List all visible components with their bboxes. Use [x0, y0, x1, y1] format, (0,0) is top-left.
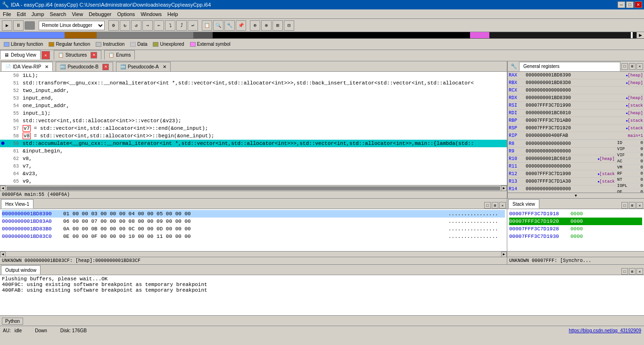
hex-content-area[interactable]: 0000000001BD8390 01 00 00 03 00 00 00 04…: [0, 209, 507, 251]
hscroll-left[interactable]: ◀: [0, 185, 6, 191]
menu-help[interactable]: Help: [165, 10, 181, 18]
menu-jump[interactable]: Jump: [29, 10, 47, 18]
toolbar-btn-4[interactable]: ⇒: [142, 20, 153, 31]
v8-box: v8: [23, 133, 31, 139]
hscroll-thumb[interactable]: [7, 186, 500, 190]
close-button[interactable]: ✕: [635, 1, 642, 8]
code-hscrollbar[interactable]: ◀ ▶: [0, 185, 507, 191]
play-button[interactable]: ▶: [2, 20, 12, 31]
pseudocode-a-close[interactable]: ✕: [163, 64, 166, 69]
code-line-51: 51 std::transform<__gnu_cxx::__normal_it…: [0, 79, 507, 87]
hex-restore-btn[interactable]: □: [484, 202, 491, 209]
toolbar-btn-9[interactable]: 📋: [202, 20, 212, 31]
toolbar-btn-15[interactable]: ⊞: [272, 20, 283, 31]
minimize-button[interactable]: ─: [618, 1, 625, 8]
code-line-55: 55 input_1);: [0, 109, 507, 117]
output-float-btn[interactable]: ⊞: [629, 268, 636, 275]
titlebar-right[interactable]: ─ □ ✕: [618, 1, 642, 8]
toolbar-btn-11[interactable]: 🔧: [224, 20, 235, 31]
hex-bytes-4: 0E 00 00 0F 00 00 00 10 00 00 11 00 00 0…: [63, 234, 448, 239]
menu-file[interactable]: File: [0, 10, 14, 18]
reg-scroll-bottom[interactable]: ▼: [508, 193, 644, 198]
hex-status-bar: UNKNOWN 0000000001BD83CF: [heap]:0000000…: [0, 257, 507, 264]
nav-scroll-right[interactable]: ▶: [636, 32, 644, 38]
hex-scroll-right[interactable]: ▶: [501, 252, 507, 257]
linenum-50: 50: [6, 73, 21, 78]
stack-float-btn[interactable]: ⊞: [629, 202, 636, 209]
maximize-button[interactable]: □: [626, 1, 634, 8]
reg-name-rdx: RDX: [509, 95, 526, 101]
flag-vm: VM0: [616, 165, 644, 171]
tab-structures[interactable]: 📋 Structures ✕: [54, 50, 102, 59]
tab-ida-view-rip[interactable]: 📄 IDA View-RIP ✕: [1, 62, 53, 71]
hex-scroll-left[interactable]: ◀: [0, 252, 6, 257]
flags-area: R80000000000000000 R90000000000000000 R1…: [508, 140, 644, 193]
tab-hex-view[interactable]: Hex View-1: [1, 199, 33, 209]
output-restore-btn[interactable]: □: [621, 268, 628, 275]
stack-hscrollbar[interactable]: [507, 251, 644, 257]
menu-view[interactable]: View: [69, 10, 86, 18]
toolbar-btn-8[interactable]: ↩: [188, 20, 198, 31]
structures-close[interactable]: ✕: [91, 52, 97, 59]
code-scroll-area[interactable]: 50 1LL); 51 std::transform<__gnu_cxx::__…: [0, 72, 507, 185]
menu-search[interactable]: Search: [47, 10, 69, 18]
reg-row-rbx: RBX0000000001BD83D0 ⬥ [heap]: [508, 79, 644, 87]
stop-button[interactable]: [25, 21, 35, 30]
debug-view-close[interactable]: ✕: [41, 51, 50, 59]
toolbar-btn-1[interactable]: ⚙: [108, 20, 119, 31]
tab-general-registers[interactable]: General registers: [519, 62, 620, 71]
flag-nt: NT0: [616, 177, 644, 183]
statusbar: AU: idle Down Disk: 176GB https://blog.c…: [0, 326, 644, 335]
output-close-btn[interactable]: ✕: [636, 268, 643, 275]
reg-val-rdx: 0000000001BD8390: [526, 95, 624, 101]
tab-output-window[interactable]: Output window: [1, 265, 41, 275]
reg-float-btn[interactable]: ⊞: [629, 63, 636, 70]
menu-edit[interactable]: Edit: [14, 10, 29, 18]
tab-pseudocode-a[interactable]: 🔤 Pseudocode-A ✕: [116, 62, 171, 71]
toolbar: ▶ ⏸ Remote Linux debugger ⚙ ↻ ↺ ⇒ ⇐ ⤵ ⤴ …: [0, 19, 644, 32]
debugger-combo[interactable]: Remote Linux debugger: [39, 21, 105, 30]
toolbar-btn-2[interactable]: ↻: [120, 20, 130, 31]
hex-float-btn[interactable]: ⊞: [492, 202, 498, 209]
pseudocode-b-close[interactable]: ✕: [102, 64, 109, 70]
flag-iopl-val: 0: [641, 184, 643, 188]
toolbar-btn-13[interactable]: ⊕: [250, 20, 260, 31]
python-button[interactable]: Python: [2, 318, 23, 325]
toolbar-btn-5[interactable]: ⇐: [154, 20, 164, 31]
toolbar-btn-16[interactable]: ⊟: [284, 20, 294, 31]
linenum-58: 58: [6, 134, 21, 139]
hscroll-right[interactable]: ▶: [501, 185, 507, 191]
ida-view-close[interactable]: ✕: [45, 64, 49, 69]
output-area: Output window □ ⊞ ✕ Flushing buffers, pl…: [0, 264, 644, 326]
legend-regular-color: [49, 42, 54, 47]
hex-hscrollbar[interactable]: ◀ ▶: [0, 251, 507, 257]
toolbar-btn-3[interactable]: ↺: [131, 20, 141, 31]
toolbar-btn-12[interactable]: 📌: [236, 20, 246, 31]
hex-panel: Hex View-1 □ ⊞ ✕ 0000000001BD8390 01 00 …: [0, 199, 507, 264]
pause-button[interactable]: ⏸: [13, 20, 24, 31]
stack-restore-btn[interactable]: □: [621, 202, 628, 209]
reg-close-btn[interactable]: ✕: [636, 63, 643, 70]
reg-content-area[interactable]: RAX0000000001BD8390 ⬥ [heap] RBX00000000…: [508, 72, 644, 193]
menu-windows[interactable]: Windows: [138, 10, 165, 18]
toolbar-btn-6[interactable]: ⤵: [165, 20, 175, 31]
tab-debug-view[interactable]: 🖥 Debug View: [0, 50, 41, 59]
tab-stack-view[interactable]: Stack view: [508, 199, 539, 209]
reg-comment-r13: [stack: [600, 179, 615, 184]
flag-vip-val: 0: [641, 147, 643, 151]
toolbar-btn-10[interactable]: 🔍: [213, 20, 223, 31]
menu-debugger[interactable]: Debugger: [86, 10, 114, 18]
reg-name-rdi: RDI: [509, 110, 526, 116]
toolbar-btn-7[interactable]: ⤴: [176, 20, 187, 31]
menu-options[interactable]: Options: [114, 10, 138, 18]
tab-enums[interactable]: 📋 Enums: [104, 50, 135, 59]
stack-content-area[interactable]: 00007FFF3C7D1918 0000 00007FFF3C7D1920 0…: [507, 209, 644, 251]
hex-close-btn[interactable]: ✕: [499, 202, 506, 209]
toolbar-btn-14[interactable]: ⊗: [261, 20, 272, 31]
nav-overview[interactable]: ▶: [0, 32, 644, 39]
tab-pseudocode-b[interactable]: 🔤 Pseudocode-B ✕: [56, 62, 113, 71]
output-content-area[interactable]: Flushing buffers, please wait...OK 400F9…: [0, 275, 644, 315]
code-line-53: 53 input_end,: [0, 94, 507, 102]
reg-restore-btn[interactable]: □: [621, 63, 628, 70]
stack-close-btn[interactable]: ✕: [636, 202, 643, 209]
